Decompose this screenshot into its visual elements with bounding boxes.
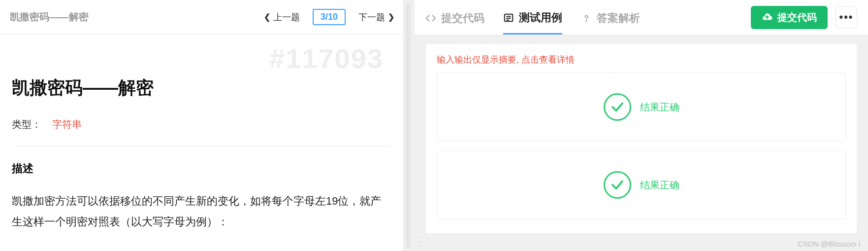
result-status-text: 结果正确 — [640, 179, 679, 192]
test-result-card[interactable]: 结果正确 — [437, 150, 846, 219]
problem-title: 凯撒密码——解密 — [12, 76, 391, 100]
test-result-card[interactable]: 结果正确 — [437, 72, 846, 142]
submit-label: 提交代码 — [777, 11, 817, 24]
prev-problem-button[interactable]: ❮ 上一题 — [264, 11, 300, 23]
type-label: 类型： — [12, 119, 41, 130]
code-icon — [425, 13, 436, 24]
ellipsis-icon: ••• — [839, 11, 853, 24]
resize-grip-icon[interactable]: ······ — [418, 235, 424, 247]
section-title-description: 描述 — [12, 161, 391, 176]
header-title: 凯撒密码——解密 — [10, 10, 89, 24]
type-tag[interactable]: 字符串 — [52, 119, 82, 130]
header-actions: 提交代码 ••• — [751, 6, 857, 29]
panel-resize-handle[interactable] — [404, 0, 415, 251]
problem-nav: ❮ 上一题 3/10 下一题 ❯ — [264, 9, 394, 25]
result-status-text: 结果正确 — [640, 101, 679, 114]
tab-label: 提交代码 — [441, 11, 484, 26]
result-panel: 提交代码 测试用例 答案解析 — [415, 0, 868, 251]
tab-submit-code[interactable]: 提交代码 — [425, 0, 484, 35]
problem-panel: 凯撒密码——解密 ❮ 上一题 3/10 下一题 ❯ #117093 凯撒密码——… — [0, 0, 404, 251]
help-icon — [581, 13, 592, 24]
results-hint: 输入输出仅显示摘要, 点击查看详情 — [437, 54, 846, 66]
problem-type-row: 类型： 字符串 — [12, 118, 391, 131]
prev-label: 上一题 — [273, 11, 300, 23]
chevron-right-icon: ❯ — [388, 12, 394, 22]
next-label: 下一题 — [358, 11, 385, 23]
plaintext-alphabet-row: 明 A B C D E F G H I J K L M N O P Q R S … — [12, 249, 391, 251]
cloud-upload-icon — [762, 12, 772, 23]
chevron-left-icon: ❮ — [264, 12, 270, 22]
test-results-container: 输入输出仅显示摘要, 点击查看详情 结果正确 结果正确 — [425, 43, 857, 234]
problem-body: 凯撒密码——解密 类型： 字符串 描述 凯撒加密方法可以依据移位的不同产生新的变… — [0, 35, 403, 251]
right-header: 提交代码 测试用例 答案解析 — [415, 0, 868, 35]
tabs: 提交代码 测试用例 答案解析 — [425, 0, 640, 35]
submit-code-button[interactable]: 提交代码 — [751, 6, 828, 29]
tab-label: 测试用例 — [519, 10, 562, 25]
problem-header: 凯撒密码——解密 ❮ 上一题 3/10 下一题 ❯ — [0, 0, 403, 35]
tab-test-cases[interactable]: 测试用例 — [503, 0, 562, 35]
page-indicator[interactable]: 3/10 — [313, 9, 346, 25]
tab-answer-analysis[interactable]: 答案解析 — [581, 0, 640, 35]
app-root: 凯撒密码——解密 ❮ 上一题 3/10 下一题 ❯ #117093 凯撒密码——… — [0, 0, 868, 251]
tab-label: 答案解析 — [597, 11, 640, 26]
description-text: 凯撒加密方法可以依据移位的不同产生新的变化，如将每个字母左19位，就产生这样一个… — [12, 191, 391, 232]
check-circle-icon — [604, 93, 631, 121]
list-icon — [503, 12, 514, 23]
more-menu-button[interactable]: ••• — [836, 6, 857, 28]
divider — [12, 146, 391, 146]
next-problem-button[interactable]: 下一题 ❯ — [358, 11, 394, 23]
check-circle-icon — [604, 171, 631, 199]
svg-point-4 — [586, 21, 586, 21]
source-watermark: CSDN @Blossom i — [798, 240, 860, 248]
